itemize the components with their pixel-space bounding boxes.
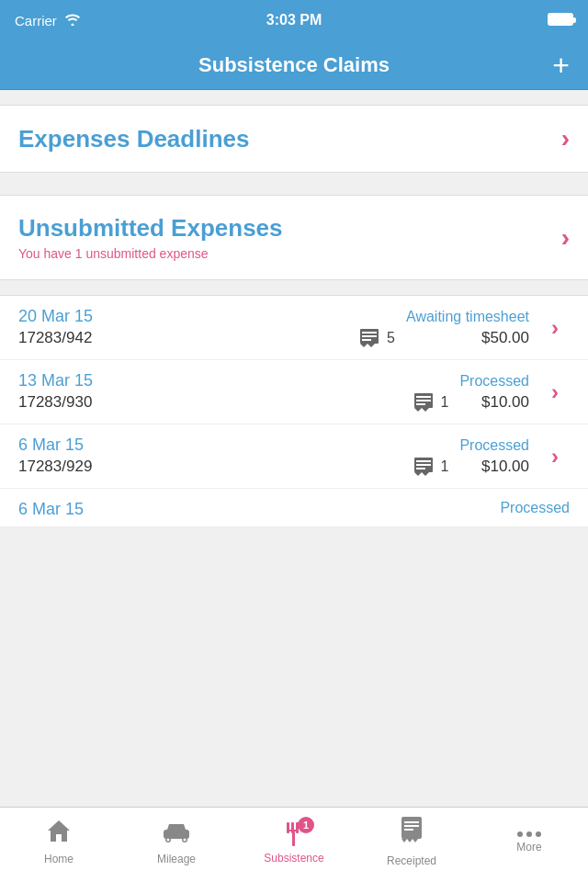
expense-item-partial[interactable]: Processed 6 Mar 15 (0, 489, 588, 527)
deadlines-chevron: › (561, 124, 570, 153)
expense-ref: 17283/929 (18, 458, 401, 476)
expense-chevron: › (540, 444, 570, 469)
wifi-icon (64, 13, 81, 28)
svg-marker-4 (360, 344, 379, 347)
fork-icon: 1 (281, 820, 307, 848)
expense-count: 1 (441, 394, 449, 411)
deadlines-title: Expenses Deadlines (18, 125, 249, 153)
battery-indicator (548, 13, 573, 28)
svg-rect-6 (416, 396, 431, 398)
tab-mileage-label: Mileage (157, 853, 196, 865)
svg-marker-17 (167, 824, 186, 830)
expense-item[interactable]: 13 Mar 15 Processed 17283/930 1 $10.00 › (0, 360, 588, 424)
expense-date: 20 Mar 15 (18, 307, 346, 326)
tab-more-label: More (516, 841, 541, 854)
deadlines-content: Expenses Deadlines (18, 125, 249, 153)
receipt-icon (412, 457, 435, 477)
tab-more[interactable]: More (470, 808, 588, 882)
svg-marker-15 (48, 820, 70, 842)
tab-subsistence[interactable]: 1 Subsistence (235, 808, 353, 882)
status-bar-left: Carrier (15, 13, 81, 28)
expense-item[interactable]: 6 Mar 15 Processed 17283/929 1 $10.00 › (0, 424, 588, 489)
svg-marker-14 (414, 472, 433, 476)
svg-rect-22 (287, 822, 289, 833)
expense-amount: $10.00 (459, 458, 529, 476)
expense-status: Processed (459, 437, 529, 454)
svg-rect-12 (416, 464, 431, 466)
svg-rect-30 (404, 829, 413, 831)
svg-rect-27 (401, 817, 422, 839)
expense-icon-count: 1 (412, 457, 449, 477)
expense-status: Processed (459, 373, 529, 390)
receipt-icon (412, 392, 435, 413)
expense-list: 20 Mar 15 Awaiting timesheet 17283/942 5… (0, 295, 588, 527)
svg-point-20 (167, 838, 170, 841)
subsistence-badge: 1 (298, 817, 314, 833)
expenses-deadlines-card[interactable]: Expenses Deadlines › (0, 105, 588, 173)
svg-rect-1 (362, 332, 377, 334)
expense-amount: $50.00 (406, 329, 529, 347)
status-bar: Carrier 3:03 PM (0, 0, 588, 40)
status-bar-time: 3:03 PM (266, 12, 322, 28)
svg-rect-11 (416, 460, 431, 462)
nav-bar: Subsistence Claims + (0, 40, 588, 90)
expense-chevron: › (540, 315, 570, 341)
svg-rect-7 (416, 400, 431, 401)
svg-marker-31 (401, 839, 422, 842)
expense-status: Awaiting timesheet (406, 309, 529, 325)
tab-receipted[interactable]: Receipted (353, 808, 470, 882)
svg-rect-29 (404, 825, 419, 827)
tab-home-label: Home (44, 853, 74, 865)
expense-icon-count: 1 (412, 392, 449, 413)
car-icon (160, 820, 193, 849)
partial-date: 6 Mar 15 (18, 500, 84, 518)
expense-count: 5 (387, 330, 395, 346)
svg-point-21 (184, 838, 187, 841)
expense-ref: 17283/942 (18, 329, 346, 347)
add-button[interactable]: + (552, 51, 570, 80)
expense-date: 6 Mar 15 (18, 435, 401, 455)
svg-rect-28 (404, 821, 419, 823)
partial-status: Processed (500, 500, 570, 516)
tab-receipted-label: Receipted (387, 854, 436, 867)
expense-count: 1 (441, 458, 449, 475)
expense-date: 13 Mar 15 (18, 371, 401, 390)
unsubmitted-title: Unsubmitted Expenses (18, 214, 283, 243)
receipt-tab-icon (400, 817, 424, 851)
content-area: Expenses Deadlines › Unsubmitted Expense… (0, 90, 588, 807)
svg-rect-13 (416, 468, 425, 469)
expense-icon-count: 5 (357, 328, 395, 348)
svg-rect-3 (362, 339, 371, 341)
tab-bar: Home Mileage 1 Subs (0, 807, 588, 882)
tab-mileage[interactable]: Mileage (118, 808, 235, 882)
home-icon (46, 819, 72, 849)
svg-rect-25 (288, 830, 297, 831)
unsubmitted-chevron: › (561, 223, 570, 253)
unsubmitted-expenses-card[interactable]: Unsubmitted Expenses You have 1 unsubmit… (0, 195, 588, 280)
unsubmitted-content: Unsubmitted Expenses You have 1 unsubmit… (18, 214, 283, 261)
unsubmitted-subtitle: You have 1 unsubmitted expense (18, 246, 283, 261)
tab-home[interactable]: Home (0, 808, 118, 882)
expense-chevron: › (540, 379, 570, 405)
nav-title: Subsistence Claims (198, 53, 390, 77)
svg-rect-8 (416, 403, 425, 405)
svg-rect-2 (362, 335, 377, 337)
expense-amount: $10.00 (459, 393, 529, 412)
dots-icon (517, 831, 541, 837)
receipt-icon (357, 328, 381, 348)
expense-ref: 17283/930 (18, 393, 401, 412)
svg-marker-9 (414, 408, 433, 412)
expense-item[interactable]: 20 Mar 15 Awaiting timesheet 17283/942 5… (0, 296, 588, 360)
tab-subsistence-label: Subsistence (264, 852, 323, 865)
carrier-label: Carrier (15, 13, 57, 28)
svg-rect-26 (292, 831, 295, 846)
